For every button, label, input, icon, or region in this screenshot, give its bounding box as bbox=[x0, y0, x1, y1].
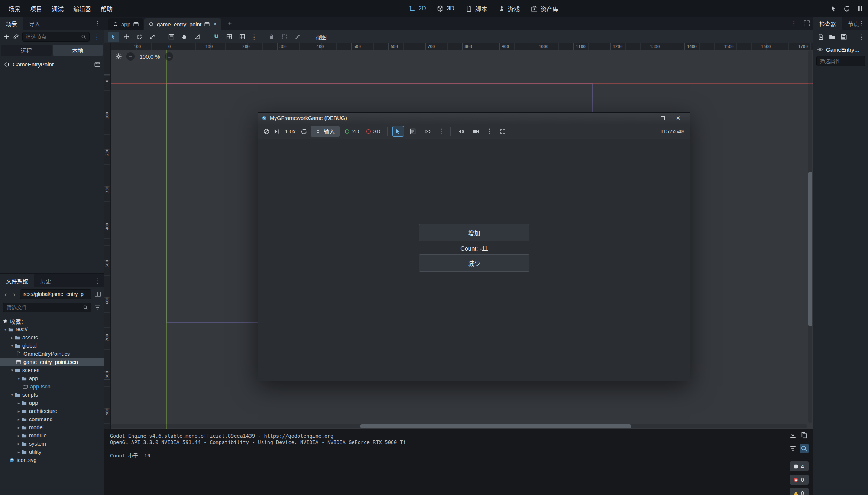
fs-item[interactable]: ▾global bbox=[0, 342, 104, 350]
minimize-button[interactable]: — bbox=[639, 113, 655, 124]
collapse-arrow-icon[interactable]: ▾ bbox=[9, 393, 15, 397]
tab-filesystem[interactable]: 文件系统 bbox=[0, 274, 34, 287]
save-resource-icon[interactable] bbox=[841, 33, 847, 40]
fs-item[interactable]: 收藏： bbox=[0, 317, 104, 325]
filter-properties-input[interactable] bbox=[820, 58, 862, 64]
inspector-menu-icon[interactable]: ⋮ bbox=[857, 17, 866, 30]
fs-item[interactable]: ▸utility bbox=[0, 448, 104, 456]
fs-item[interactable]: ▸system bbox=[0, 440, 104, 448]
visibility-button[interactable] bbox=[422, 126, 434, 137]
mute-audio-button[interactable] bbox=[456, 126, 467, 137]
fs-item[interactable]: ▾res:// bbox=[0, 325, 104, 333]
fs-item[interactable]: game_entry_point.tscn bbox=[0, 358, 104, 366]
menu-scene[interactable]: 场景 bbox=[4, 2, 25, 15]
decrease-button[interactable]: 减少 bbox=[419, 254, 529, 272]
grid-snap-button[interactable] bbox=[224, 32, 235, 42]
pause-game-icon[interactable] bbox=[857, 5, 864, 12]
collapse-arrow-icon[interactable]: ▾ bbox=[9, 368, 15, 373]
instance-scene-icon[interactable] bbox=[13, 33, 19, 40]
fs-item[interactable]: ▾scripts bbox=[0, 391, 104, 399]
scale-tool-button[interactable] bbox=[147, 32, 158, 42]
input-toggle-button[interactable]: 输入 bbox=[311, 126, 340, 137]
v-scroll-thumb[interactable] bbox=[808, 172, 812, 326]
scene-tab-app[interactable]: app bbox=[108, 18, 143, 30]
fs-item[interactable]: ▸module bbox=[0, 432, 104, 440]
vertical-scrollbar[interactable] bbox=[808, 50, 812, 423]
center-view-icon[interactable] bbox=[115, 53, 122, 60]
collapse-arrow-icon[interactable]: ▾ bbox=[16, 376, 22, 381]
menu-help[interactable]: 帮助 bbox=[96, 2, 117, 15]
snap-options-icon[interactable]: ⋮ bbox=[250, 34, 258, 40]
camera-override-button[interactable] bbox=[470, 126, 482, 137]
copy-log-button[interactable] bbox=[800, 431, 809, 440]
filter-messages-button[interactable] bbox=[788, 444, 797, 453]
restart-game-icon[interactable] bbox=[843, 5, 850, 12]
scene-tree-menu-icon[interactable]: ⋮ bbox=[93, 34, 101, 40]
scene-tree-root-node[interactable]: GameEntryPoint bbox=[0, 59, 104, 69]
fs-item[interactable]: ▸assets bbox=[0, 333, 104, 342]
remote-button[interactable]: 远程 bbox=[1, 45, 52, 56]
fs-item[interactable]: ▸architecture bbox=[0, 407, 104, 415]
tab-scene[interactable]: 场景 bbox=[0, 17, 23, 30]
expand-arrow-icon[interactable]: ▸ bbox=[16, 433, 22, 438]
expand-arrow-icon[interactable]: ▸ bbox=[16, 442, 22, 446]
horizontal-scrollbar[interactable] bbox=[111, 424, 807, 428]
debug-options-icon[interactable]: ⋮ bbox=[437, 128, 446, 134]
path-input[interactable] bbox=[23, 291, 88, 297]
node-list-button[interactable] bbox=[407, 126, 419, 137]
ruler-tool-button[interactable] bbox=[192, 32, 203, 42]
game-focus-icon[interactable] bbox=[830, 5, 837, 12]
workspace-script[interactable]: 脚本 bbox=[466, 4, 487, 13]
workspace-assetlib[interactable]: 资产库 bbox=[531, 4, 558, 13]
tab-inspector[interactable]: 检查器 bbox=[813, 17, 842, 30]
rotate-tool-button[interactable] bbox=[134, 32, 145, 42]
embed-fullscreen-button[interactable] bbox=[497, 126, 509, 137]
maximize-button[interactable] bbox=[655, 113, 670, 124]
scene-tab-game-entry-point[interactable]: game_entry_point × bbox=[144, 18, 221, 30]
new-resource-icon[interactable] bbox=[817, 33, 824, 40]
workspace-game[interactable]: 游戏 bbox=[498, 4, 520, 13]
move-tool-button[interactable] bbox=[121, 32, 132, 42]
split-view-icon[interactable] bbox=[94, 291, 101, 297]
menu-debug[interactable]: 调试 bbox=[47, 2, 68, 15]
fs-item[interactable]: ▾scenes bbox=[0, 366, 104, 374]
zoom-out-button[interactable]: − bbox=[126, 52, 135, 61]
menu-project[interactable]: 项目 bbox=[25, 2, 47, 15]
close-tab-icon[interactable]: × bbox=[213, 21, 217, 27]
inspector-extra-icon[interactable]: ⋮ bbox=[857, 34, 866, 40]
next-frame-icon[interactable] bbox=[273, 128, 280, 135]
view-menu-button[interactable]: 视图 bbox=[311, 32, 331, 42]
fs-item[interactable]: GameEntryPoint.cs bbox=[0, 350, 104, 358]
new-scene-tab-button[interactable]: + bbox=[224, 18, 235, 29]
expand-arrow-icon[interactable]: ▸ bbox=[16, 425, 22, 430]
workspace-2d[interactable]: 2D bbox=[409, 5, 426, 12]
filesystem-menu-icon[interactable]: ⋮ bbox=[93, 274, 102, 287]
tab-history[interactable]: 历史 bbox=[34, 274, 57, 287]
expand-editor-icon[interactable] bbox=[803, 20, 810, 27]
collapse-arrow-icon[interactable]: ▾ bbox=[3, 327, 8, 332]
fs-item[interactable]: ▸app bbox=[0, 399, 104, 407]
expand-arrow-icon[interactable]: ▸ bbox=[9, 335, 15, 340]
expand-arrow-icon[interactable]: ▸ bbox=[16, 409, 22, 414]
workspace-3d[interactable]: 3D bbox=[437, 5, 454, 12]
warnings-badge[interactable]: 0 bbox=[790, 488, 809, 495]
scene-badge-icon[interactable] bbox=[94, 62, 100, 68]
load-resource-icon[interactable] bbox=[829, 33, 836, 40]
expand-arrow-icon[interactable]: ▸ bbox=[16, 401, 22, 406]
pick-mode-button[interactable] bbox=[392, 126, 404, 137]
collapse-arrow-icon[interactable]: ▾ bbox=[9, 343, 15, 348]
select-tool-button[interactable] bbox=[108, 32, 119, 42]
download-log-button[interactable] bbox=[788, 431, 797, 440]
fs-item[interactable]: ▸command bbox=[0, 415, 104, 423]
nav-back-icon[interactable]: ‹ bbox=[3, 291, 9, 298]
debugger-badge[interactable]: 4 bbox=[790, 461, 809, 471]
2d-viewport[interactable]: -100010020030040050060070080090010001100… bbox=[104, 43, 813, 429]
camera-3d-toggle[interactable]: 3D bbox=[365, 128, 382, 134]
list-select-button[interactable] bbox=[166, 32, 177, 42]
expand-arrow-icon[interactable]: ▸ bbox=[16, 417, 22, 422]
increase-button[interactable]: 增加 bbox=[419, 224, 529, 241]
group-node-button[interactable] bbox=[279, 32, 290, 42]
smart-snap-button[interactable] bbox=[211, 32, 222, 42]
fs-item[interactable]: ▾app bbox=[0, 374, 104, 382]
speed-selector[interactable]: 1.0x bbox=[283, 128, 297, 134]
